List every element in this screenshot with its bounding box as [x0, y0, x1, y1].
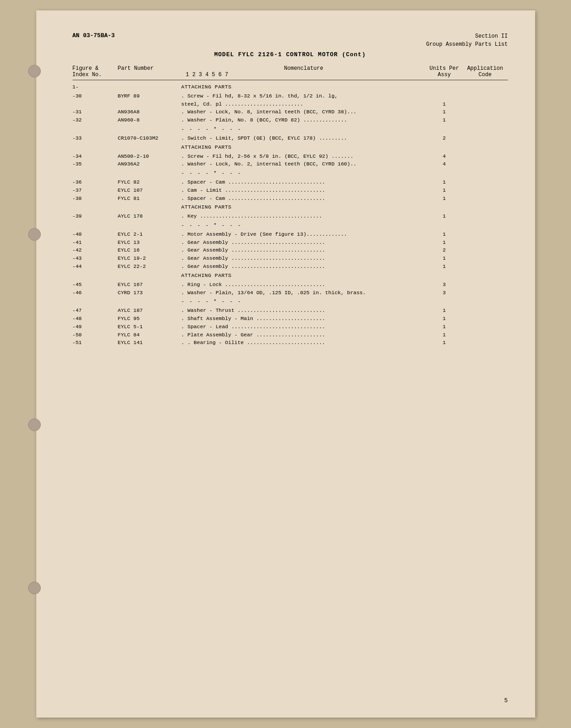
table-row: -47 AYLC 187 . Washer - Thrust .........… [73, 306, 508, 315]
cell-nom: . Gear Assembly ........................… [181, 238, 426, 247]
parts-table: 1- ATTACHING PARTS -30 BYRF 89 . Screw -… [73, 83, 508, 347]
cell-app [463, 221, 508, 229]
cell-nom: - - - - * - - - [181, 221, 426, 229]
table-row: -40 EYLC 2-1 . Motor Assembly - Drive (S… [73, 230, 508, 238]
cell-figure: -38 [73, 194, 118, 203]
cell-units [426, 169, 463, 177]
cell-units: 3 [426, 281, 463, 289]
model-title: MODEL FYLC 2126-1 CONTROL MOTOR (Cont) [73, 51, 508, 58]
table-row: -44 EYLC 22-2 . Gear Assembly ..........… [73, 262, 508, 271]
page-number: 5 [504, 697, 508, 704]
table-row: -41 EYLC 13 . Gear Assembly ............… [73, 238, 508, 247]
col-header-figure: Figure & Index No. [73, 65, 118, 78]
cell-part: AN960-8 [118, 116, 181, 124]
section-info: Section II Group Assembly Parts List [426, 32, 508, 49]
cell-figure [73, 297, 118, 306]
cell-nom: - - - - * - - - [181, 125, 426, 133]
table-row: -43 EYLC 19-2 . Gear Assembly ..........… [73, 254, 508, 262]
cell-app [463, 125, 508, 133]
table-row: ATTACHING PARTS [73, 143, 508, 151]
cell-figure: -37 [73, 186, 118, 194]
binding-hole-1 [28, 65, 41, 78]
cell-part: AN936A2 [118, 160, 181, 168]
table-row: ATTACHING PARTS [73, 203, 508, 211]
table-row: - - - - * - - - [73, 221, 508, 229]
table-row: -31 AN936A8 . Washer - Lock, No. 8, inte… [73, 108, 508, 116]
binding-hole-2 [28, 228, 41, 241]
cell-part: FYLC 82 [118, 178, 181, 186]
cell-units [426, 297, 463, 306]
cell-figure [73, 169, 118, 177]
cell-figure: -43 [73, 254, 118, 262]
cell-part [118, 125, 181, 133]
cell-part [118, 221, 181, 229]
cell-figure: -44 [73, 262, 118, 271]
cell-part: EYLC 16 [118, 246, 181, 254]
cell-part [118, 169, 181, 177]
cell-figure: -47 [73, 306, 118, 315]
cell-units: 1 [426, 100, 463, 108]
cell-nom: . Gear Assembly ........................… [181, 246, 426, 254]
cell-part: AYLC 187 [118, 306, 181, 315]
cell-nom: - - - - * - - - [181, 297, 426, 306]
cell-units: 1 [426, 339, 463, 347]
cell-part: AYLC 178 [118, 212, 181, 220]
cell-nom: . Screw - Fil hd, 2-56 x 5/8 in. (BCC, E… [181, 152, 426, 160]
cell-nom: . Gear Assembly ........................… [181, 262, 426, 271]
cell-nom: . Screw - Fil hd, 8-32 x 5/16 in. thd, 1… [181, 92, 426, 100]
cell-nom: . Key ..................................… [181, 212, 426, 220]
table-row: -33 CR1070-C103M2 . Switch - Limit, SPDT… [73, 134, 508, 142]
table-row: -34 AN500-2-10 . Screw - Fil hd, 2-56 x … [73, 152, 508, 160]
table-row: -49 EYLC 5-1 . Spacer - Lead ...........… [73, 323, 508, 331]
cell-units [426, 221, 463, 229]
cell-figure: -39 [73, 212, 118, 220]
table-row: -35 AN936A2 . Washer - Lock, No. 2, inte… [73, 160, 508, 168]
cell-units: 1 [426, 108, 463, 116]
cell-units: 1 [426, 212, 463, 220]
cell-figure: -34 [73, 152, 118, 160]
cell-nom: . Washer - Plain, No. 8 (BCC, CYRD 82) .… [181, 116, 426, 124]
binding-hole-4 [28, 582, 41, 594]
binding-hole-3 [28, 418, 41, 431]
cell-part: AN500-2-10 [118, 152, 181, 160]
cell-figure: -49 [73, 323, 118, 331]
cell-nom: . Spacer - Cam .........................… [181, 194, 426, 203]
header-top: AN 03-75BA-3 Section II Group Assembly P… [73, 32, 508, 49]
cell-nom: ATTACHING PARTS [181, 203, 426, 211]
table-row: 1- ATTACHING PARTS [73, 83, 508, 91]
table-row: - - - - * - - - [73, 169, 508, 177]
cell-nom: . Washer - Thrust ......................… [181, 306, 426, 315]
cell-figure: -31 [73, 108, 118, 116]
cell-units: 1 [426, 178, 463, 186]
cell-figure: -45 [73, 281, 118, 289]
col-header-app: Application Code [463, 65, 508, 78]
cell-nom: ATTACHING PARTS [181, 83, 426, 91]
cell-figure: 1- [73, 83, 118, 91]
cell-part: EYLC 19-2 [118, 254, 181, 262]
table-row: -50 FYLC 84 . Plate Assembly - Gear ....… [73, 331, 508, 339]
cell-units: 1 [426, 194, 463, 203]
table-row: steel, Cd. pl ......................... … [73, 100, 508, 108]
cell-part: EYLC 13 [118, 238, 181, 247]
cell-figure: -40 [73, 230, 118, 238]
cell-part: FYLC 95 [118, 315, 181, 323]
cell-nom: ATTACHING PARTS [181, 272, 426, 280]
table-row: - - - - * - - - [73, 125, 508, 133]
cell-part: EYLC 22-2 [118, 262, 181, 271]
cell-units: 4 [426, 160, 463, 168]
cell-units [426, 125, 463, 133]
cell-nom: . Gear Assembly ........................… [181, 254, 426, 262]
cell-figure: -32 [73, 116, 118, 124]
table-row: -36 FYLC 82 . Spacer - Cam .............… [73, 178, 508, 186]
table-row: ATTACHING PARTS [73, 272, 508, 280]
cell-units: 1 [426, 238, 463, 247]
cell-units: 4 [426, 152, 463, 160]
table-row: -42 EYLC 16 . Gear Assembly ............… [73, 246, 508, 254]
cell-units: 1 [426, 116, 463, 124]
cell-part: BYRF 89 [118, 92, 181, 100]
cell-units: 2 [426, 246, 463, 254]
table-row: - - - - * - - - [73, 297, 508, 306]
cell-figure: -42 [73, 246, 118, 254]
cell-nom: . Spacer - Cam .........................… [181, 178, 426, 186]
cell-nom: . Cam - Limit ..........................… [181, 186, 426, 194]
